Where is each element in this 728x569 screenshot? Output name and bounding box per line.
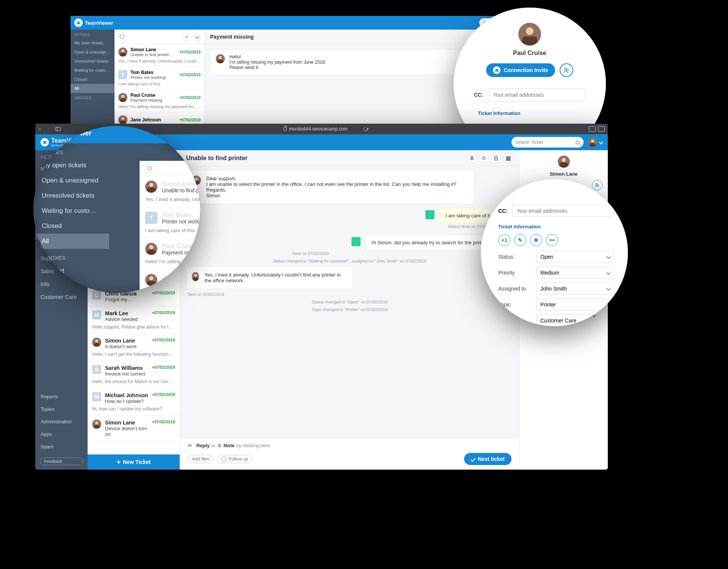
ticket-row[interactable]: SSarah WilliamsInvoice not correct07/02/… xyxy=(88,361,180,388)
ticket-date: 07/02/2019 xyxy=(152,420,175,424)
star-icon[interactable]: ☆ xyxy=(479,153,489,163)
sidebar-item[interactable]: Open & unassigned xyxy=(33,173,109,188)
share-icon[interactable] xyxy=(589,126,596,132)
ticket-row[interactable]: T Tom BatesPrinter not working! 07/… I a… xyxy=(140,207,200,238)
reply-label[interactable]: Reply xyxy=(196,443,210,448)
print-icon[interactable]: ⎙ xyxy=(491,153,501,163)
edit-button[interactable]: ✎ xyxy=(514,234,526,246)
plus-one-button[interactable]: +1 xyxy=(498,234,510,246)
feedback-button[interactable]: Feedback xyxy=(40,457,83,465)
ticket-row[interactable]: T Tom BatesPrinter not working! 07/02/20… xyxy=(115,67,204,90)
sidebar-item[interactable]: Open & unassigned xyxy=(71,47,115,57)
thread-title: Unable to find printer xyxy=(186,155,248,162)
sidebar-item-all[interactable]: All xyxy=(33,234,109,249)
refresh-button[interactable] xyxy=(144,163,154,173)
ticket-date: 07/02/2019 xyxy=(152,291,175,295)
forward-button[interactable]: › xyxy=(44,124,53,134)
sidebar-item[interactable]: Waiting for custo… xyxy=(71,66,115,75)
ticket-name: Simon Lane xyxy=(105,338,148,344)
thread: Unable to find printer ⋔ ☆ ⎙ ▣ Dear supp… xyxy=(180,150,519,470)
message-line: Regards, xyxy=(206,187,457,193)
sidebar-item[interactable]: Unresolved tickets xyxy=(33,188,109,203)
sidebar-item-spam[interactable]: Spam xyxy=(35,440,88,453)
sidebar-item-all[interactable]: All xyxy=(71,84,115,93)
address-url[interactable]: monitis644.servicecamp.com xyxy=(289,126,348,132)
avatar: T xyxy=(145,212,157,224)
sidebar-item[interactable]: Closed xyxy=(33,218,109,234)
sidebar-toggle[interactable] xyxy=(53,124,63,134)
ticket-row[interactable]: Simon LaneUnable to find printer Yes, I … xyxy=(140,176,200,207)
sort-icon[interactable]: ≡ xyxy=(182,33,191,41)
ticket-subject: Invoice not correct xyxy=(105,371,148,377)
user-avatar[interactable] xyxy=(588,138,597,147)
follow-up-radio[interactable] xyxy=(221,457,226,462)
contact-name: Paul Cruise xyxy=(465,50,595,57)
ticket-preview: Hello support, Please give advice for th… xyxy=(92,324,175,330)
more-button[interactable]: ••• xyxy=(546,234,558,246)
add-user-button[interactable] xyxy=(560,63,573,77)
connection-invite-label: Connection Invite xyxy=(504,67,548,73)
new-ticket-button[interactable]: +New Ticket xyxy=(88,454,180,470)
ticket-preview: I am taking care of this. xyxy=(145,228,200,233)
cc-input[interactable] xyxy=(512,205,614,217)
field-value: Open xyxy=(540,254,553,260)
ticket-row[interactable]: Simon LaneUnable to find printer 07/02/2… xyxy=(115,44,204,67)
ticket-row[interactable]: Simon LaneIt doesn't work07/02/2019Hello… xyxy=(88,334,180,361)
ticket-subject: Printer not working! xyxy=(162,218,200,225)
sidebar-item-topics[interactable]: Topics xyxy=(35,403,88,415)
add-user-button[interactable] xyxy=(592,180,602,190)
teamviewer-icon xyxy=(74,19,83,27)
sidebar-item-customer-care[interactable]: Customer Care xyxy=(35,291,88,303)
field-value: Medium xyxy=(540,270,559,276)
new-ticket-label: New Ticket xyxy=(123,459,151,465)
follow-up-toggle[interactable]: Follow up xyxy=(217,455,252,463)
sidebar-item[interactable]: Unresolved tickets xyxy=(71,57,115,66)
assigned-select[interactable]: John Smith xyxy=(536,283,614,295)
sidebar-item[interactable]: Closed xyxy=(71,75,115,84)
search-input[interactable]: Search Ticket xyxy=(511,137,584,148)
connection-invite-button[interactable]: Connection Invite xyxy=(486,63,555,77)
ticket-subject: It doesn't work xyxy=(105,344,148,349)
compose-hint: by clicking here xyxy=(236,443,270,448)
ticket-row[interactable]: Paul CruisePayment missing 07/02/2019 He… xyxy=(115,90,204,112)
ticket-info-link[interactable]: Ticket Information xyxy=(478,110,595,116)
priority-select[interactable]: Medium xyxy=(536,267,614,279)
ticket-row[interactable]: MMichael JohnsonHow do I update?07/02/20… xyxy=(88,388,180,416)
reload-icon[interactable] xyxy=(363,126,369,132)
ticket-preview: Yes, I tried it already. Unfortunately I… xyxy=(118,59,201,63)
cc-label: CC: xyxy=(474,92,483,98)
popout-icon[interactable]: ▣ xyxy=(503,153,513,163)
avatar: M xyxy=(92,392,101,401)
ticket-name: Simon Lane xyxy=(162,181,200,187)
delete-button[interactable]: ✖ xyxy=(530,234,542,246)
ticket-date: 07/02/2019 xyxy=(182,96,201,100)
ticket-name: Simon Lane xyxy=(105,420,148,426)
status-select[interactable]: Open xyxy=(536,251,614,263)
ticket-row[interactable]: Simon LaneDevice doesn't turn on07/02/20… xyxy=(88,416,180,441)
inboxes-heading: INBOXES xyxy=(71,93,115,102)
chevron-down-icon xyxy=(606,286,610,291)
sidebar-item-apps[interactable]: Apps xyxy=(35,428,88,440)
chevron-down-icon xyxy=(606,270,610,275)
back-button[interactable]: ‹ xyxy=(35,124,44,134)
check-icon xyxy=(471,456,475,461)
cc-input[interactable] xyxy=(489,88,585,101)
note-label[interactable]: Note xyxy=(224,443,235,448)
refresh-icon[interactable] xyxy=(118,33,126,41)
sidebar-item-admin[interactable]: Administration xyxy=(35,415,88,428)
ticket-preview: Hello, the invoice for March is not corr… xyxy=(92,379,175,384)
tabs-icon[interactable] xyxy=(598,126,605,132)
ticket-preview: Yes, I tried it already. Unfortunately I… xyxy=(145,196,200,202)
arrow-down-icon xyxy=(152,340,154,341)
add-files-button[interactable]: Add files xyxy=(188,455,213,463)
note-text: I am taking care of it. xyxy=(446,213,491,218)
next-ticket-button[interactable]: Next ticket xyxy=(464,453,511,465)
ticket-row[interactable]: MMark LeeAdvice needed07/02/2019Hello su… xyxy=(88,307,180,334)
chevron-down-icon[interactable] xyxy=(193,33,201,41)
sidebar-item[interactable]: My open tickets xyxy=(71,38,115,47)
avatar: C xyxy=(92,291,101,300)
chevron-down-icon[interactable] xyxy=(599,140,603,144)
sidebar-item-reports[interactable]: Reports xyxy=(35,390,88,403)
sidebar-item[interactable]: Waiting for custo… xyxy=(33,203,109,218)
share-icon[interactable]: ⋔ xyxy=(467,153,477,163)
